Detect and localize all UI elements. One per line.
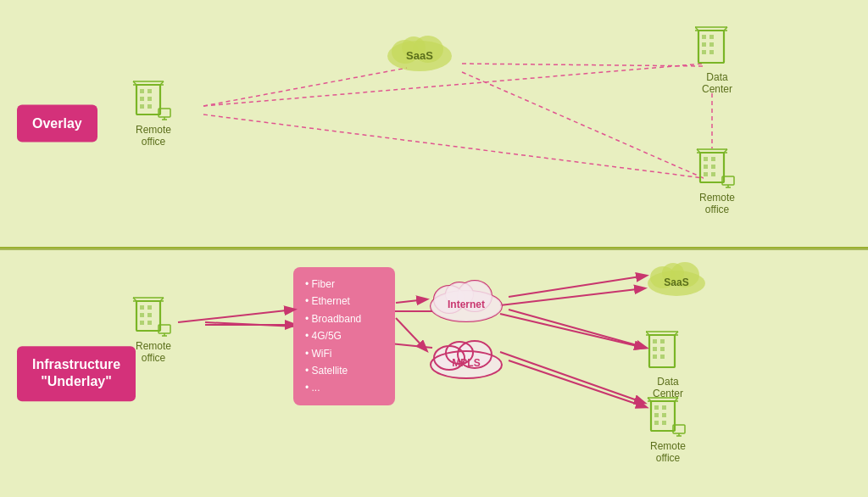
building-icon-bottom-left	[131, 293, 175, 337]
svg-rect-12	[147, 104, 152, 109]
svg-line-56	[500, 288, 644, 305]
saas-top: SaaS	[381, 24, 458, 75]
svg-rect-63	[140, 313, 144, 317]
svg-rect-10	[147, 97, 152, 101]
mpls-cloud: MPLS	[424, 335, 509, 385]
remote-office-top-left: Remoteoffice	[131, 76, 175, 148]
transport-options-box: • Fiber• Ethernet• Broadband• 4G/5G• WiF…	[293, 267, 395, 405]
data-center-icon-top	[695, 24, 739, 68]
svg-rect-106	[660, 339, 665, 343]
svg-rect-40	[711, 157, 715, 161]
data-center-top: DataCenter	[695, 24, 739, 96]
svg-line-4	[462, 72, 704, 178]
svg-line-58	[500, 352, 644, 403]
svg-rect-66	[147, 321, 152, 325]
svg-rect-105	[653, 339, 657, 343]
underlay-section: Infrastructure"Underlay"	[0, 248, 868, 497]
svg-rect-62	[147, 305, 152, 310]
svg-rect-107	[653, 347, 657, 351]
remote-office-bottom-right-label: Remoteoffice	[650, 440, 686, 465]
svg-rect-41	[704, 165, 708, 169]
building-icon-top-right	[695, 144, 739, 188]
remote-office-bottom-right: Remoteoffice	[646, 393, 690, 465]
saas-bottom: SaaS	[643, 254, 710, 299]
saas-cloud-icon-bottom: SaaS	[643, 254, 710, 299]
svg-line-97	[396, 318, 426, 350]
svg-rect-9	[140, 97, 144, 101]
remote-office-top-right-label: Remoteoffice	[699, 192, 735, 216]
svg-line-94	[509, 310, 646, 348]
data-center-bottom: DataCenter	[646, 328, 690, 400]
svg-rect-27	[702, 35, 706, 39]
svg-line-2	[203, 114, 704, 178]
svg-rect-121	[654, 421, 659, 425]
underlay-label: Infrastructure"Underlay"	[17, 346, 136, 402]
svg-rect-120	[662, 413, 666, 417]
svg-rect-119	[654, 413, 659, 417]
svg-rect-122	[662, 421, 666, 425]
svg-rect-117	[654, 405, 659, 410]
svg-rect-108	[660, 347, 665, 351]
internet-cloud-icon: Internet	[424, 274, 509, 325]
svg-rect-32	[709, 50, 714, 54]
svg-rect-30	[709, 42, 714, 47]
remote-office-top-right: Remoteoffice	[695, 144, 739, 216]
remote-office-top-left-label: Remoteoffice	[136, 124, 171, 148]
svg-rect-44	[711, 172, 715, 176]
svg-rect-31	[702, 50, 706, 54]
svg-rect-42	[711, 165, 715, 169]
svg-rect-29	[702, 42, 706, 47]
svg-rect-65	[140, 321, 144, 325]
data-center-top-label: DataCenter	[702, 71, 732, 96]
svg-rect-61	[140, 305, 144, 310]
svg-rect-118	[662, 405, 666, 410]
svg-line-98	[178, 310, 294, 322]
overlay-section: Overlay	[0, 0, 868, 247]
svg-rect-109	[653, 355, 657, 359]
svg-line-3	[462, 64, 704, 66]
diagram-wrapper: Overlay	[0, 0, 868, 497]
svg-rect-28	[709, 35, 714, 39]
transport-options-text: • Fiber• Ethernet• Broadband• 4G/5G• WiF…	[305, 278, 361, 394]
svg-rect-64	[147, 313, 152, 317]
svg-line-57	[500, 314, 644, 348]
remote-office-bottom-left-label: Remoteoffice	[136, 340, 171, 365]
saas-cloud-icon: SaaS	[381, 24, 458, 75]
svg-line-53	[205, 322, 297, 327]
overlay-label: Overlay	[17, 104, 97, 142]
svg-text:MPLS: MPLS	[452, 357, 480, 369]
svg-text:SaaS: SaaS	[406, 49, 433, 62]
svg-rect-110	[660, 355, 665, 359]
svg-rect-7	[140, 89, 144, 93]
svg-text:SaaS: SaaS	[664, 276, 688, 288]
svg-rect-43	[704, 172, 708, 176]
building-icon-bottom-right	[646, 393, 690, 437]
svg-text:Internet: Internet	[448, 299, 485, 310]
internet-cloud: Internet	[424, 274, 509, 328]
svg-line-96	[396, 299, 426, 303]
svg-rect-8	[147, 89, 152, 93]
mpls-cloud-icon: MPLS	[424, 335, 509, 382]
building-icon	[131, 76, 175, 120]
data-center-icon-bottom	[646, 328, 690, 372]
svg-line-93	[509, 276, 646, 297]
svg-line-0	[203, 68, 407, 106]
svg-line-95	[509, 360, 646, 407]
svg-rect-39	[704, 157, 708, 161]
remote-office-bottom-left: Remoteoffice	[131, 293, 175, 365]
svg-rect-11	[140, 104, 144, 109]
